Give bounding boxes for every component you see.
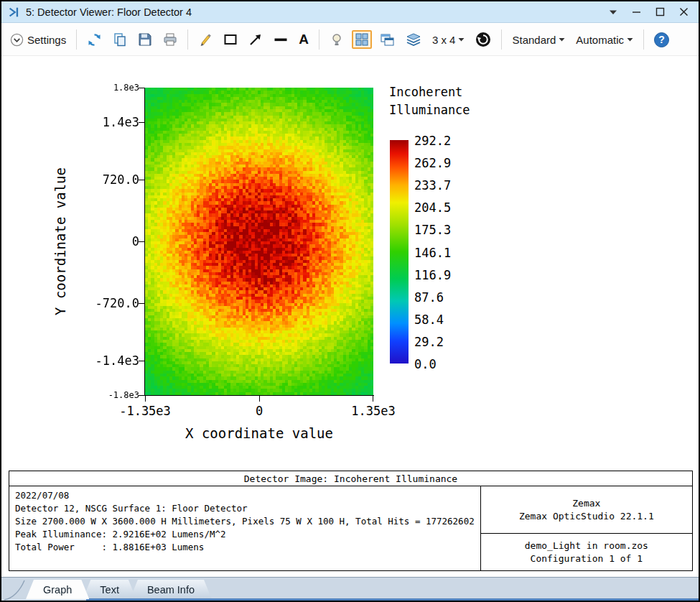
print-button[interactable] <box>160 30 180 49</box>
colorbar-tick-label: 262.9 <box>414 156 451 170</box>
colorbar-tick-label: 175.3 <box>414 223 451 237</box>
refresh-button[interactable] <box>84 30 105 50</box>
x-axis-title: X coordinate value <box>185 425 333 441</box>
summary-line: Detector 12, NSCG Surface 1: Floor Detec… <box>15 502 475 515</box>
y-tick-mark <box>139 88 145 88</box>
standard-dropdown[interactable]: Standard <box>509 32 568 48</box>
software-version-text: ZemaxZemax OpticStudio 22.1.1 <box>481 486 692 534</box>
lamp-button[interactable] <box>327 30 347 49</box>
colorbar-tick-label: 292.2 <box>414 134 451 148</box>
colorbar-tick-label: 116.9 <box>414 268 451 282</box>
automatic-dropdown[interactable]: Automatic <box>573 32 636 48</box>
x-tick-label: 1.35e3 <box>330 404 416 418</box>
tab-beam-info[interactable]: Beam Info <box>130 580 212 599</box>
window-title: 5: Detector Viewer: Floor Detector 4 <box>26 6 192 18</box>
save-button[interactable] <box>135 30 155 49</box>
detector-viewer-window: 5: Detector Viewer: Floor Detector 4 Set… <box>0 0 700 602</box>
y-tick-label: -1.4e3 <box>67 353 139 368</box>
tab-bar: GraphTextBeam Info <box>1 577 699 601</box>
collapse-ribbon-button[interactable] <box>607 8 619 17</box>
summary-line: 2022/07/08 <box>15 489 475 502</box>
settings-label: Settings <box>27 34 66 46</box>
rectangle-annotation-button[interactable] <box>220 30 241 49</box>
y-tick-label: 720.0 <box>67 172 139 187</box>
text-tool-icon: A <box>299 32 309 47</box>
version-line: Zemax OpticStudio 22.1.1 <box>519 510 654 523</box>
rectangle-tool-icon <box>223 32 238 47</box>
x-tick-mark <box>145 396 146 402</box>
copy-icon <box>113 32 127 47</box>
tab-bar-curve <box>3 579 27 601</box>
summary-line: Size 2700.000 W X 3600.000 H Millimeters… <box>15 515 475 528</box>
info-panel: Detector Image: Incoherent Illuminance 2… <box>9 471 693 571</box>
toolbar-separator <box>501 29 502 50</box>
tab-label: Beam Info <box>147 584 195 596</box>
y-tick-label: 1.8e3 <box>67 83 139 93</box>
automatic-label: Automatic <box>576 34 624 46</box>
summary-line: Total Power : 1.8816E+03 Lumens <box>15 541 475 554</box>
layers-button[interactable] <box>403 30 424 49</box>
colorbar-tick-label: 233.7 <box>414 178 451 193</box>
y-tick-label: -1.8e3 <box>67 390 139 400</box>
grid-view-icon <box>355 32 369 47</box>
minimize-button[interactable] <box>630 6 643 18</box>
colorbar-tick-label: 146.1 <box>414 246 451 260</box>
grid-size-dropdown[interactable]: 3 x 4 <box>429 32 468 48</box>
colorbar-tick-label: 29.2 <box>414 335 444 349</box>
chevron-down-icon <box>559 37 565 42</box>
minimize-icon <box>632 7 641 17</box>
y-tick-label: 0 <box>67 234 139 249</box>
lamp-icon <box>330 32 344 47</box>
chevron-down-icon <box>609 9 617 15</box>
refresh-icon <box>87 32 102 47</box>
title-bar[interactable]: 5: Detector Viewer: Floor Detector 4 <box>1 1 699 23</box>
arrow-annotation-button[interactable] <box>246 30 266 49</box>
settings-chevron-icon <box>10 33 24 47</box>
tab-graph[interactable]: Graph <box>26 580 89 599</box>
toolbar-separator <box>76 29 77 50</box>
window-layout-button[interactable] <box>377 30 398 49</box>
tab-text[interactable]: Text <box>83 580 136 599</box>
grid-size-label: 3 x 4 <box>432 34 456 46</box>
toolbar-separator <box>187 29 188 50</box>
y-tick-mark <box>139 241 145 242</box>
toolbar-separator <box>319 29 319 50</box>
copy-button[interactable] <box>110 30 130 49</box>
chevron-down-icon <box>627 37 633 42</box>
layers-icon <box>406 32 421 47</box>
app-icon <box>7 6 20 19</box>
y-tick-mark <box>139 361 145 361</box>
y-tick-mark <box>139 122 145 123</box>
configuration-line: Configuration 1 of 1 <box>531 552 643 565</box>
line-tool-icon <box>274 32 288 47</box>
x-tick-label: 0 <box>216 404 302 418</box>
help-icon: ? <box>654 32 669 47</box>
window-layout-icon <box>380 32 395 47</box>
settings-button[interactable]: Settings <box>7 32 69 48</box>
y-tick-label: -720.0 <box>67 296 139 310</box>
reset-view-button[interactable] <box>472 29 494 50</box>
x-tick-label: -1.35e3 <box>102 404 188 418</box>
tab-label: Text <box>100 584 119 596</box>
y-axis-title: Y coordinate value <box>52 167 68 315</box>
y-tick-mark <box>139 180 145 180</box>
detector-heatmap-plot[interactable] <box>145 88 373 395</box>
tab-label: Graph <box>43 584 72 596</box>
pen-annotation-button[interactable] <box>195 30 215 49</box>
line-annotation-button[interactable] <box>271 30 291 49</box>
help-button[interactable]: ? <box>651 30 672 50</box>
text-annotation-button[interactable]: A <box>296 30 312 49</box>
close-button[interactable] <box>678 6 690 18</box>
x-tick-mark <box>373 396 373 402</box>
summary-line: Peak Illuminance: 2.9216E+02 Lumens/M^2 <box>15 528 475 541</box>
tab-bar-accent <box>86 598 699 601</box>
colorbar-tick-label: 87.6 <box>414 290 444 305</box>
grid-view-button[interactable] <box>352 30 372 49</box>
colorbar-tick-label: 58.4 <box>414 312 444 327</box>
toolbar: Settings A <box>1 24 699 56</box>
maximize-icon <box>655 7 665 17</box>
x-tick-mark <box>259 396 260 402</box>
maximize-button[interactable] <box>654 6 666 18</box>
legend-title: Incoherent Illuminance <box>389 83 470 119</box>
reset-icon <box>475 32 491 47</box>
